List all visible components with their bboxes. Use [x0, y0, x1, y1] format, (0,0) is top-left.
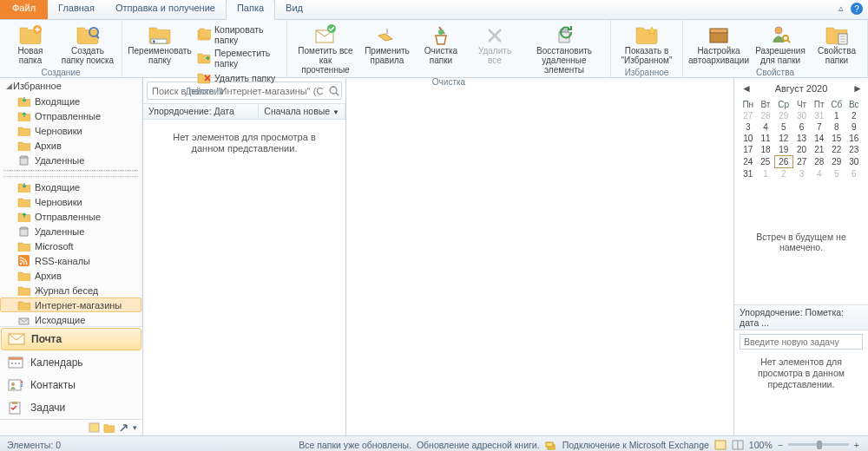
delete-folder-button[interactable]: Удалить папку	[195, 70, 281, 86]
calendar-day[interactable]: 28	[757, 110, 775, 121]
calendar-day[interactable]: 6	[792, 121, 811, 133]
calendar-day[interactable]: 27	[792, 156, 811, 168]
calendar-day[interactable]: 12	[774, 133, 792, 144]
tree-item[interactable]: Журнал бесед	[0, 283, 141, 297]
calendar-day[interactable]: 11	[757, 133, 775, 144]
calendar-day[interactable]: 13	[792, 133, 811, 144]
calendar-day[interactable]: 25	[757, 156, 775, 168]
calendar-day[interactable]: 14	[811, 133, 828, 144]
move-folder-button[interactable]: Переместить папку	[195, 47, 281, 69]
favorite-item[interactable]: Удаленные	[0, 153, 141, 167]
calendar-day[interactable]: 29	[828, 156, 845, 168]
calendar-day[interactable]: 7	[811, 121, 828, 133]
calendar-day[interactable]: 3	[740, 121, 757, 133]
tree-item[interactable]: Отправленные	[0, 209, 141, 224]
favorite-item[interactable]: Архив	[0, 138, 141, 153]
favorite-item[interactable]: Черновики	[0, 123, 141, 138]
calendar-day[interactable]: 22	[828, 144, 845, 156]
favorites-header[interactable]: ◢Избранное	[0, 78, 141, 94]
calendar-day[interactable]: 4	[811, 168, 828, 180]
tree-item[interactable]: Microsoft	[0, 239, 141, 253]
view-normal-icon[interactable]	[714, 440, 727, 450]
calendar-day[interactable]: 2	[774, 168, 792, 180]
module-calendar[interactable]: Календарь	[0, 351, 142, 374]
rename-folder-button[interactable]: Переименовать папку	[128, 22, 192, 86]
zoom-out-button[interactable]: −	[778, 440, 783, 450]
calendar-day[interactable]: 4	[757, 121, 775, 133]
next-month-button[interactable]: ►	[852, 82, 861, 95]
calendar-day[interactable]: 6	[845, 168, 863, 180]
calendar-day[interactable]: 30	[792, 110, 811, 121]
folder-list-icon[interactable]	[103, 422, 115, 433]
favorite-item[interactable]: Отправленные	[0, 108, 141, 123]
calendar-day[interactable]: 5	[828, 168, 845, 180]
folder-properties-button[interactable]: Свойства папки	[812, 22, 862, 67]
shortcuts-icon[interactable]	[118, 422, 130, 433]
calendar-day[interactable]: 19	[774, 144, 792, 156]
favorite-item[interactable]: Входящие	[0, 94, 141, 108]
view-reading-icon[interactable]	[732, 440, 744, 450]
tree-item[interactable]: Удаленные	[0, 224, 141, 239]
mark-all-read-button[interactable]: Пометить все как прочтенные	[293, 22, 358, 76]
new-folder-button[interactable]: Новая папка	[5, 22, 56, 67]
tree-item[interactable]: Входящие	[0, 180, 141, 194]
sort-by-button[interactable]: Упорядочение: Дата	[143, 104, 259, 119]
help-icon[interactable]: ?	[851, 3, 863, 15]
calendar-day[interactable]: 29	[774, 110, 792, 121]
calendar-day[interactable]: 1	[757, 168, 775, 180]
calendar-day[interactable]: 5	[774, 121, 792, 133]
calendar-day[interactable]: 23	[845, 144, 863, 156]
tab-home[interactable]: Главная	[48, 0, 105, 19]
tree-item[interactable]: Черновики	[0, 194, 141, 209]
tab-view[interactable]: Вид	[275, 0, 313, 19]
run-rules-button[interactable]: Применить правила	[362, 22, 412, 76]
sort-order-button[interactable]: Сначала новые ▼	[259, 104, 345, 119]
module-tasks[interactable]: Задачи	[0, 396, 142, 419]
zoom-slider[interactable]	[788, 443, 849, 446]
calendar-day[interactable]: 8	[828, 121, 845, 133]
module-contacts[interactable]: Контакты	[0, 374, 142, 396]
recover-deleted-button[interactable]: Восстановить удаленные элементы	[523, 22, 605, 76]
calendar-day[interactable]: 31	[811, 110, 828, 121]
calendar-day[interactable]: 21	[811, 144, 828, 156]
calendar-day[interactable]: 1	[828, 110, 845, 121]
tree-item[interactable]: RSS-каналы	[0, 253, 141, 268]
tree-item[interactable]: Исходящие	[0, 312, 141, 326]
calendar-day[interactable]: 15	[828, 133, 845, 144]
folder-icon	[17, 255, 30, 266]
copy-folder-button[interactable]: Копировать папку	[195, 23, 281, 46]
tab-folder[interactable]: Папка	[226, 0, 275, 20]
module-mail[interactable]: Почта	[1, 328, 141, 350]
calendar-day[interactable]: 20	[792, 144, 811, 156]
configure-buttons-icon[interactable]: ▾	[133, 423, 137, 432]
new-search-folder-button[interactable]: Создать папку поиска	[59, 22, 116, 67]
calendar-day[interactable]: 18	[757, 144, 775, 156]
tab-file[interactable]: Файл	[0, 0, 48, 19]
calendar-day[interactable]: 26	[774, 156, 792, 168]
calendar-day[interactable]: 24	[740, 156, 757, 168]
prev-month-button[interactable]: ◄	[741, 82, 750, 95]
tree-item[interactable]: Архив	[0, 268, 141, 283]
calendar-day[interactable]: 27	[740, 110, 757, 121]
new-task-input[interactable]	[740, 334, 863, 350]
calendar-day[interactable]: 30	[845, 156, 863, 168]
folder-permissions-button[interactable]: Разрешения для папки	[753, 22, 808, 67]
minimize-ribbon-icon[interactable]: ▵	[838, 3, 844, 15]
zoom-label: 100%	[749, 440, 773, 450]
calendar-day[interactable]: 10	[740, 133, 757, 144]
autoarchive-settings-button[interactable]: Настройка автоархивации	[688, 22, 749, 67]
notes-icon[interactable]	[89, 422, 101, 433]
calendar-day[interactable]: 2	[845, 110, 863, 121]
calendar-day[interactable]: 31	[740, 168, 757, 180]
calendar-day[interactable]: 3	[792, 168, 811, 180]
calendar-day[interactable]: 28	[811, 156, 828, 168]
cleanup-folder-button[interactable]: Очистка папки	[416, 22, 466, 76]
calendar-day[interactable]: 9	[845, 121, 863, 133]
calendar-day[interactable]: 17	[740, 144, 757, 156]
tasks-sort-header[interactable]: Упорядочение: Пометка: дата ...	[734, 304, 868, 330]
zoom-in-button[interactable]: +	[854, 440, 859, 450]
calendar-day[interactable]: 16	[845, 133, 863, 144]
tab-sendreceive[interactable]: Отправка и получение	[105, 0, 226, 19]
tree-item[interactable]: Интернет-магазины	[0, 297, 141, 312]
show-in-favorites-button[interactable]: Показать в "Избранном"	[616, 22, 677, 67]
